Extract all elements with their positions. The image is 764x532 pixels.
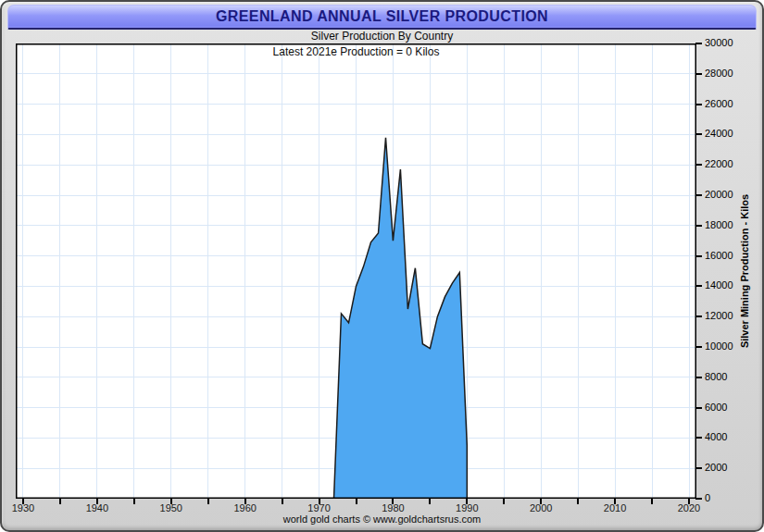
x-tick-label: 2020 bbox=[666, 502, 712, 513]
chart-title-bar: GREENLAND ANNUAL SILVER PRODUCTION bbox=[7, 5, 757, 30]
chart-window: GREENLAND ANNUAL SILVER PRODUCTION Silve… bbox=[0, 0, 764, 532]
y-tick bbox=[695, 498, 702, 500]
x-tick bbox=[577, 499, 579, 504]
x-tick bbox=[503, 499, 505, 504]
y-tick bbox=[695, 225, 702, 227]
y-tick bbox=[695, 133, 702, 135]
y-tick bbox=[695, 407, 702, 409]
footer-credit: world gold charts © www.goldchartsrus.co… bbox=[2, 513, 762, 525]
x-tick bbox=[59, 499, 61, 504]
x-tick-label: 1930 bbox=[0, 502, 46, 513]
x-tick bbox=[356, 499, 357, 504]
y-tick bbox=[695, 104, 702, 105]
y-tick bbox=[695, 255, 702, 257]
y-tick bbox=[695, 467, 702, 469]
y-tick bbox=[695, 437, 702, 439]
x-tick-label: 1940 bbox=[74, 502, 120, 513]
x-tick bbox=[282, 499, 283, 504]
chart-title: GREENLAND ANNUAL SILVER PRODUCTION bbox=[216, 8, 548, 25]
x-tick-label: 2010 bbox=[592, 502, 638, 513]
y-axis-title-box: Silver Mining Production - Kilos bbox=[733, 43, 757, 499]
x-tick-label: 1980 bbox=[369, 502, 416, 513]
y-tick bbox=[695, 194, 702, 196]
x-tick bbox=[133, 499, 135, 504]
y-tick bbox=[695, 315, 702, 317]
x-tick-label: 1970 bbox=[296, 502, 343, 513]
x-tick-label: 2000 bbox=[518, 502, 564, 513]
y-tick bbox=[695, 346, 702, 348]
y-tick bbox=[695, 43, 702, 44]
y-tick bbox=[695, 164, 702, 166]
x-tick-label: 1990 bbox=[444, 502, 490, 513]
plot-area: Latest 2021e Production = 0 Kilos bbox=[16, 43, 696, 499]
y-tick bbox=[695, 285, 702, 287]
x-tick-label: 1950 bbox=[148, 502, 194, 513]
x-tick bbox=[207, 499, 209, 504]
x-tick bbox=[651, 499, 653, 504]
x-tick-label: 1960 bbox=[222, 502, 269, 513]
x-tick bbox=[429, 499, 431, 504]
y-tick bbox=[695, 377, 702, 378]
chart-subtitle: Silver Production By Country bbox=[2, 30, 762, 43]
y-axis-title: Silver Mining Production - Kilos bbox=[739, 194, 750, 348]
latest-production-annotation: Latest 2021e Production = 0 Kilos bbox=[16, 45, 696, 58]
production-area bbox=[334, 138, 468, 499]
y-tick bbox=[695, 73, 702, 75]
plot-svg bbox=[16, 43, 696, 499]
